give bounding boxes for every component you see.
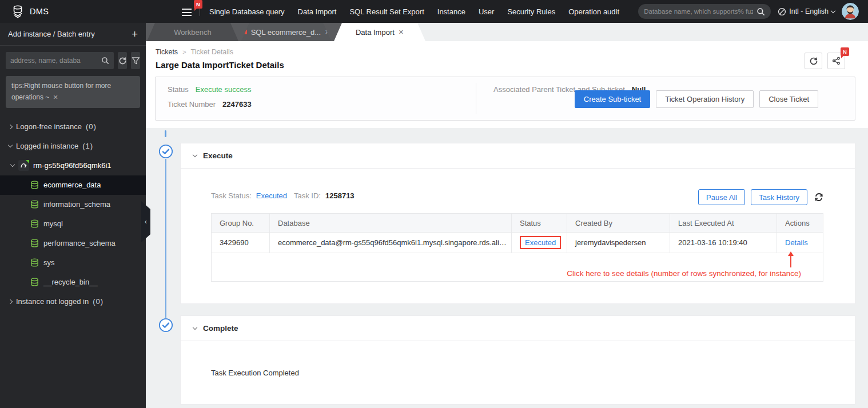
breadcrumb-tickets[interactable]: Tickets: [156, 48, 178, 56]
nav-item-operation-audit[interactable]: Operation audit: [568, 7, 619, 16]
refresh-tasks-icon[interactable]: [814, 193, 823, 202]
tree-item-database-ecommerce-data[interactable]: ecommerce_data: [0, 175, 146, 195]
locale-switcher[interactable]: Intl - English: [778, 7, 835, 16]
tab-data-import[interactable]: Data Import ✕: [334, 23, 425, 41]
complete-section-header[interactable]: Complete: [181, 316, 855, 341]
avatar[interactable]: [842, 3, 859, 20]
share-ticket-button[interactable]: N: [827, 53, 845, 69]
sidebar: Add instance / Batch entry +: [0, 23, 146, 408]
database-icon: [30, 219, 39, 228]
ticket-number-label: Ticket Number: [168, 100, 216, 109]
tree-item-database-performance-schema[interactable]: performance_schema: [0, 234, 146, 253]
add-instance-label: Add instance / Batch entry: [8, 30, 95, 38]
section-title: Execute: [203, 151, 233, 160]
dms-logo-text: DMS: [30, 7, 49, 16]
breadcrumb: Tickets > Ticket Details: [156, 48, 233, 56]
cell-group-no: 3429690: [212, 233, 270, 253]
status-badge: Executed: [520, 236, 561, 249]
database-icon: [30, 278, 39, 286]
col-header-created-by: Created By: [567, 214, 670, 232]
nav-item-user[interactable]: User: [479, 7, 494, 16]
tab-bar: Workbench SQL ecommerce_d... ✕ Data Impo…: [146, 23, 868, 41]
tree-item-database-recycle-bin[interactable]: __recycle_bin__: [0, 273, 146, 292]
sidebar-search-input[interactable]: [10, 57, 99, 65]
table-header-row: Group No. Database Status Created By Las…: [212, 214, 823, 233]
col-header-status: Status: [512, 214, 567, 232]
tree-count: (0): [86, 122, 97, 131]
tree-label: Logon-free instance: [16, 122, 82, 131]
close-ticket-button[interactable]: Close Ticket: [759, 90, 818, 108]
database-value: ecommerce_data@rm-gs55q96fd56qmk6i1.mysq…: [278, 238, 511, 247]
nav-item-single-database-query[interactable]: Single Database query: [209, 7, 285, 16]
refresh-instances-button[interactable]: [118, 52, 127, 69]
tips-text: tips:Right mouse button for more operati…: [11, 82, 111, 101]
tree-item-instance-not-logged-in[interactable]: Instance not logged in (0): [0, 292, 146, 311]
details-link[interactable]: Details: [785, 238, 808, 247]
search-icon[interactable]: [756, 7, 765, 16]
database-icon: [30, 200, 39, 209]
globe-icon: [778, 7, 786, 16]
task-status-label: Task Status:: [211, 191, 252, 200]
refresh-ticket-button[interactable]: [805, 53, 822, 69]
nav-item-data-import[interactable]: Data Import: [298, 7, 337, 16]
tree-item-logged-in-instance[interactable]: Logged in instance (1): [0, 137, 146, 156]
chevron-down-icon[interactable]: [193, 325, 197, 330]
chevron-right-icon: [8, 299, 13, 303]
database-icon: [30, 181, 39, 189]
close-icon[interactable]: ✕: [53, 94, 58, 101]
col-header-group-no: Group No.: [212, 214, 270, 232]
hamburger-menu-icon[interactable]: [182, 7, 192, 16]
chevron-right-icon: [8, 124, 13, 129]
section-title: Complete: [203, 324, 238, 333]
pause-all-button[interactable]: Pause All: [698, 189, 745, 205]
tab-sql-ecommerce[interactable]: SQL ecommerce_d... ✕: [241, 23, 331, 41]
sidebar-search: [6, 52, 114, 69]
database-name: performance_schema: [43, 239, 116, 247]
col-header-actions: Actions: [777, 214, 823, 232]
nav-item-instance[interactable]: Instance: [437, 7, 465, 16]
tree-item-logon-free-instance[interactable]: Logon-free instance (0): [0, 117, 146, 137]
cell-database: ecommerce_data@rm-gs55q96fd56qmk6i1.mysq…: [270, 233, 512, 253]
tree-item-database-sys[interactable]: sys: [0, 253, 146, 273]
status-label: Status: [168, 85, 189, 94]
nav-item-security-rules[interactable]: Security Rules: [507, 7, 555, 16]
task-history-button[interactable]: Task History: [751, 189, 807, 205]
dms-logo[interactable]: DMS: [0, 4, 182, 19]
timeline-segment: [165, 130, 166, 137]
refresh-icon: [118, 57, 127, 65]
new-badge: N: [841, 47, 849, 56]
nav-item-sql-result-set-export[interactable]: SQL Result Set Export: [349, 7, 424, 16]
filter-instances-button[interactable]: [131, 52, 140, 69]
dms-logo-icon: [10, 4, 25, 19]
execute-section-header[interactable]: Execute: [181, 143, 855, 169]
refresh-icon: [809, 57, 818, 66]
filter-icon: [132, 57, 140, 65]
page-head: Tickets > Ticket Details Large Data Impo…: [146, 41, 868, 128]
timeline-line: [165, 159, 166, 318]
chevron-down-icon[interactable]: [193, 153, 197, 157]
main-content: Workbench SQL ecommerce_d... ✕ Data Impo…: [146, 23, 868, 408]
task-table: Group No. Database Status Created By Las…: [211, 213, 823, 282]
tree-count: (0): [93, 297, 103, 306]
tree-item-database-information-schema[interactable]: information_schema: [0, 195, 146, 214]
database-name: information_schema: [43, 200, 110, 209]
ticket-operation-history-button[interactable]: Ticket Operation History: [656, 90, 754, 108]
global-search-input[interactable]: [644, 8, 753, 15]
ticket-number-value: 2247633: [222, 100, 252, 109]
complete-body-text: Task Execution Completed: [181, 341, 855, 377]
step-complete-check-icon: [158, 144, 173, 159]
task-id-label: Task ID:: [294, 191, 321, 200]
close-icon[interactable]: ✕: [399, 29, 404, 36]
add-instance-plus-icon[interactable]: +: [132, 29, 138, 39]
tree-item-database-mysql[interactable]: mysql: [0, 214, 146, 234]
create-subticket-button[interactable]: Create Sub-ticket: [575, 90, 650, 108]
tab-workbench[interactable]: Workbench: [147, 23, 238, 41]
cell-created-by: jeremydavispedersen: [567, 233, 670, 253]
complete-section: Complete Task Execution Completed: [180, 315, 855, 405]
step-complete-check-icon: [158, 318, 173, 333]
col-header-database: Database: [270, 214, 512, 232]
search-icon[interactable]: [101, 57, 109, 65]
col-header-last-executed-at: Last Executed At: [670, 214, 777, 232]
tree-item-instance[interactable]: rm-gs55q96fd56qmk6i1: [0, 156, 146, 175]
database-icon: [30, 258, 39, 267]
